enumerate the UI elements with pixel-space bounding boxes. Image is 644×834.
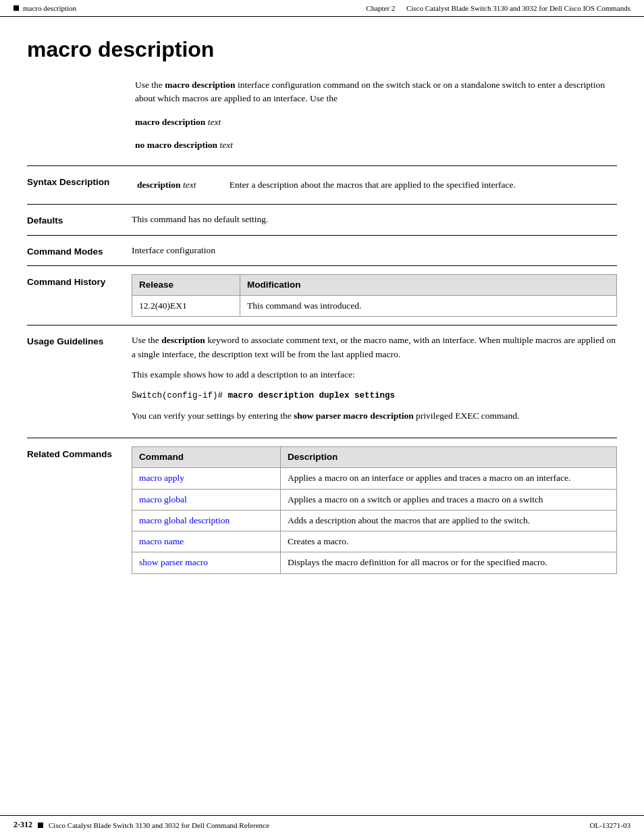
usage-para-1: Use the description keyword to associate…: [132, 334, 617, 361]
intro-paragraph: Use the macro description interface conf…: [135, 78, 617, 106]
related-command[interactable]: macro global: [132, 489, 281, 510]
related-row: macro globalApplies a macro on a switch …: [132, 489, 617, 510]
history-row: 12.2(40)EX1This command was introduced.: [132, 296, 617, 317]
command-history-content: Release Modification 12.2(40)EX1This com…: [132, 274, 617, 317]
related-col-desc-header: Description: [281, 447, 617, 468]
related-command[interactable]: macro global description: [132, 510, 281, 531]
breadcrumb: macro description: [14, 4, 76, 12]
command-line-1: macro description text: [135, 115, 617, 129]
cmd2-italic: text: [219, 140, 233, 150]
page-title: macro description: [27, 37, 617, 62]
intro-bold1: macro description: [165, 80, 235, 90]
command-modes-label: Command Modes: [27, 244, 132, 257]
usage-para-3: You can verify your settings by entering…: [132, 409, 617, 423]
command-modes-content: Interface configuration: [132, 244, 617, 257]
intro-section: Use the macro description interface conf…: [135, 78, 617, 152]
footer-square-icon: [38, 823, 43, 828]
related-row: show parser macroDisplays the macro defi…: [132, 552, 617, 573]
page-footer: 2-312 Cisco Catalyst Blade Switch 3130 a…: [0, 815, 644, 834]
cmd1-italic: text: [208, 117, 221, 127]
breadcrumb-text: macro description: [23, 4, 76, 12]
syntax-desc: Enter a description about the macros tha…: [224, 174, 617, 196]
usage-para-2: This example shows how to add a descript…: [132, 368, 617, 382]
footer-right: OL-13271-03: [590, 821, 631, 829]
history-modification: This command was introduced.: [240, 296, 617, 317]
related-desc: Adds a description about the macros that…: [281, 510, 617, 531]
related-command[interactable]: show parser macro: [132, 552, 281, 573]
history-header-row: Release Modification: [132, 274, 617, 295]
cmd2-bold: no macro description: [135, 140, 219, 150]
related-desc: Creates a macro.: [281, 531, 617, 552]
chapter-title: Chapter 2 Cisco Catalyst Blade Switch 31…: [366, 4, 630, 12]
syntax-table: description text Enter a description abo…: [132, 174, 617, 196]
related-row: macro applyApplies a macro on an interfa…: [132, 468, 617, 489]
related-table: Command Description macro applyApplies a…: [132, 446, 617, 574]
defaults-label: Defaults: [27, 213, 132, 226]
syntax-description-content: description text Enter a description abo…: [132, 174, 617, 196]
defaults-section: Defaults This command has no default set…: [27, 204, 617, 234]
header-square-icon: [14, 5, 19, 11]
main-content: macro description Use the macro descript…: [0, 17, 644, 623]
defaults-content: This command has no default setting.: [132, 213, 617, 226]
usage-guidelines-section: Usage Guidelines Use the description key…: [27, 325, 617, 438]
related-col-command-header: Command: [132, 447, 281, 468]
usage-guidelines-content: Use the description keyword to associate…: [132, 334, 617, 429]
usage-code-line: Switch(config-if)# macro description dup…: [132, 388, 617, 402]
cmd1-bold: macro description: [135, 117, 208, 127]
related-command[interactable]: macro apply: [132, 468, 281, 489]
command-history-label: Command History: [27, 274, 132, 317]
related-commands-section: Related Commands Command Description mac…: [27, 438, 617, 582]
related-desc: Displays the macro definition for all ma…: [281, 552, 617, 573]
related-header-row: Command Description: [132, 447, 617, 468]
syntax-description-label: Syntax Description: [27, 174, 132, 196]
doc-id: OL-13271-03: [590, 821, 631, 829]
footer-left: 2-312 Cisco Catalyst Blade Switch 3130 a…: [14, 820, 269, 830]
related-desc: Applies a macro on an interface or appli…: [281, 468, 617, 489]
page-number: 2-312: [14, 820, 32, 830]
command-line-2: no macro description text: [135, 138, 617, 152]
related-desc: Applies a macro on a switch or applies a…: [281, 489, 617, 510]
command-history-section: Command History Release Modification 12.…: [27, 265, 617, 325]
table-row: description text Enter a description abo…: [132, 174, 617, 196]
command-modes-section: Command Modes Interface configuration: [27, 235, 617, 265]
usage-guidelines-label: Usage Guidelines: [27, 334, 132, 429]
history-table: Release Modification 12.2(40)EX1This com…: [132, 274, 617, 317]
col-release-header: Release: [132, 274, 240, 295]
related-row: macro nameCreates a macro.: [132, 531, 617, 552]
history-release: 12.2(40)EX1: [132, 296, 240, 317]
related-command[interactable]: macro name: [132, 531, 281, 552]
related-row: macro global descriptionAdds a descripti…: [132, 510, 617, 531]
col-modification-header: Modification: [240, 274, 617, 295]
related-commands-label: Related Commands: [27, 446, 132, 574]
page-header: macro description Chapter 2 Cisco Cataly…: [0, 0, 644, 17]
footer-doc-title: Cisco Catalyst Blade Switch 3130 and 303…: [49, 821, 269, 829]
related-commands-content: Command Description macro applyApplies a…: [132, 446, 617, 574]
syntax-description-section: Syntax Description description text Ente…: [27, 165, 617, 204]
syntax-param: description text: [132, 174, 224, 196]
